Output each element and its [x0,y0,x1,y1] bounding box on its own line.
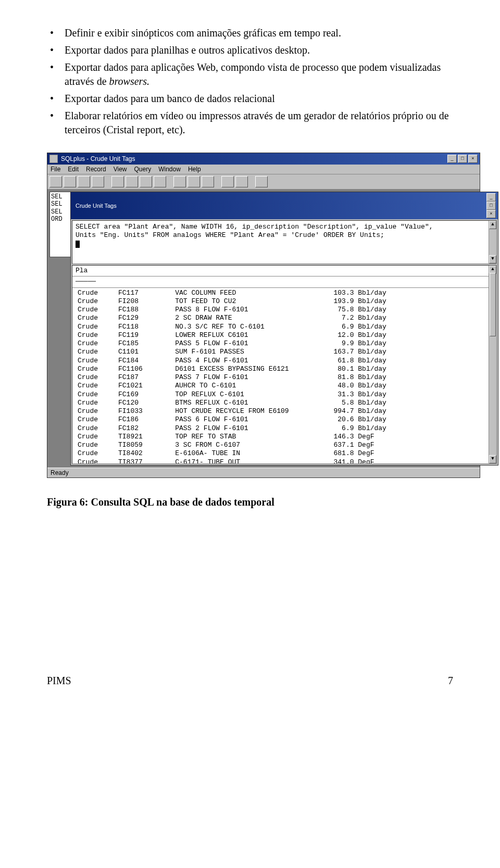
table-row[interactable]: Crude TI8921 TOP REF TO STAB 146.3 DegF [74,433,496,441]
menu-record[interactable]: Record [86,166,106,173]
maximize-button[interactable]: □ [458,155,467,163]
table-row[interactable]: Crude FC169 TOP REFLUX C-6101 31.3 Bbl/d… [74,391,496,399]
window-title: SQLplus - Crude Unit Tags [61,155,135,162]
scrollbar-vertical[interactable]: ▲ ▼ [489,221,496,263]
menu-bar[interactable]: File Edit Record View Query Window Help [47,165,480,174]
table-row[interactable]: Crude FC186 PASS 6 FLOW F-6101 20.6 Bbl/… [74,416,496,424]
app-icon [49,155,58,163]
bullet-item: Exportar dados para planilhas e outros a… [47,43,453,57]
table-row[interactable]: Crude FC185 PASS 5 FLOW F-6101 9.9 Bbl/d… [74,339,496,348]
scroll-down-icon[interactable]: ▼ [489,255,496,263]
grid-body: Crude FC117 VAC COLUMN FEED 103.3 Bbl/da… [72,288,496,464]
menu-view[interactable]: View [114,166,127,173]
table-row[interactable]: Crude FC1106 D6101 EXCESS BYPASSING E612… [74,365,496,373]
sub-window-titlebar[interactable]: Crude Unit Tags _ □ × [71,192,498,219]
table-row[interactable]: Crude FC119 LOWER REFLUX C6101 12.0 Bbl/… [74,331,496,339]
stub-line: SEL [51,193,70,200]
crude-unit-tags-window: Crude Unit Tags _ □ × SELECT area "Plant… [70,192,498,466]
toolbar [47,174,480,190]
figure-caption: Figura 6: Consulta SQL na base de dados … [47,496,453,508]
toolbar-button[interactable] [255,176,268,187]
bullet-item: Exportar dados para um banco de dados re… [47,92,453,106]
bullet-list: Definir e exibir sinópticos com animaçõe… [47,26,453,137]
toolbar-button[interactable] [173,176,186,187]
toolbar-button[interactable] [154,176,166,187]
table-row[interactable]: Crude TI8402 E-6106A- TUBE IN 681.8 DegF [74,449,496,458]
table-row[interactable]: Crude FC117 VAC COLUMN FEED 103.3 Bbl/da… [74,289,496,297]
toolbar-button[interactable] [64,176,76,187]
table-row[interactable]: Crude FC129 2 SC DRAW RATE 7.2 Bbl/day [74,314,496,322]
scrollbar-vertical[interactable]: ▲ ▼ [489,266,496,463]
menu-window[interactable]: Window [158,166,181,173]
table-row[interactable]: Crude FC188 PASS 8 FLOW F-6101 75.8 Bbl/… [74,306,496,314]
close-button[interactable]: × [468,155,478,163]
menu-edit[interactable]: Edit [68,166,79,173]
header-label: Pla [76,267,88,274]
stub-line: SEL [51,208,70,216]
sqlplus-window: SQLplus - Crude Unit Tags _ □ × File Edi… [47,153,480,478]
toolbar-button[interactable] [140,176,152,187]
toolbar-button[interactable] [92,176,104,187]
bullet-item: Exportar dados para aplicações Web, comp… [47,60,453,89]
table-row[interactable]: Crude FC1021 AUHCR TO C-6101 48.0 Bbl/da… [74,382,496,390]
stub-line: ORD [51,216,70,223]
text-cursor [76,241,80,248]
page-footer: PIMS 7 [47,675,453,687]
status-text: Ready [51,469,69,476]
toolbar-button[interactable] [202,176,214,187]
status-bar: Ready [47,468,480,477]
bullet-item: Elaborar relatórios em vídeo ou impresso… [47,109,453,137]
table-row[interactable]: Crude FI1033 HOT CRUDE RECYCLE FROM E610… [74,407,496,416]
results-grid[interactable]: Pla ───── Crude FC117 VAC COLUMN FEED 10… [72,265,497,464]
table-row[interactable]: Crude FC187 PASS 7 FLOW F-6101 81.8 Bbl/… [74,373,496,382]
scroll-thumb[interactable] [490,273,496,336]
minimize-button[interactable]: _ [486,193,496,202]
sql-editor[interactable]: SELECT area "Plant Area", Name WIDTH 16,… [72,220,497,264]
sql-line: SELECT area "Plant Area", Name WIDTH 16,… [76,223,493,231]
table-row[interactable]: Crude TI8059 3 SC FROM C-6107 637.1 DegF [74,441,496,449]
toolbar-button[interactable] [49,176,62,187]
table-row[interactable]: Crude C1101 SUM F-6101 PASSES 163.7 Bbl/… [74,348,496,356]
menu-file[interactable]: File [51,166,60,173]
sub-window-title: Crude Unit Tags [76,203,117,209]
menu-help[interactable]: Help [188,166,201,173]
table-row[interactable]: Crude FC120 BTMS REFLUX C-6101 5.8 Bbl/d… [74,399,496,407]
table-row[interactable]: Crude TI8377 C-6171- TUBE OUT 341.0 DegF [74,458,496,464]
footer-right: 7 [448,675,453,687]
window-titlebar[interactable]: SQLplus - Crude Unit Tags _ □ × [47,153,480,165]
close-button[interactable]: × [486,210,496,218]
toolbar-button[interactable] [221,176,234,187]
scroll-up-icon[interactable]: ▲ [489,221,496,229]
minimize-button[interactable]: _ [447,155,457,163]
toolbar-button[interactable] [235,176,248,187]
background-query-window: SEL SEL SEL ORD [49,192,71,257]
menu-query[interactable]: Query [134,166,152,173]
table-row[interactable]: Crude FC118 NO.3 S/C REF TO C-6101 6.9 B… [74,323,496,331]
mdi-area: SEL SEL SEL ORD Crude Unit Tags _ □ × [47,190,480,468]
sql-line: Units "Eng. Units" FROM analogs WHERE "P… [76,231,493,240]
footer-left: PIMS [47,675,71,687]
toolbar-button[interactable] [188,176,200,187]
stub-line: SEL [51,200,70,208]
bullet-text-italic: browsers. [109,76,150,87]
toolbar-button[interactable] [78,176,90,187]
maximize-button[interactable]: □ [486,202,496,210]
grid-divider: ───── [72,276,496,287]
table-row[interactable]: Crude FI208 TOT FEED TO CU2 193.9 Bbl/da… [74,297,496,306]
toolbar-button[interactable] [111,176,124,187]
grid-header: Pla [72,266,496,276]
toolbar-button[interactable] [126,176,138,187]
scroll-down-icon[interactable]: ▼ [489,455,496,463]
table-row[interactable]: Crude FC182 PASS 2 FLOW F-6101 6.9 Bbl/d… [74,424,496,433]
bullet-item: Definir e exibir sinópticos com animaçõe… [47,26,453,40]
table-row[interactable]: Crude FC184 PASS 4 FLOW F-6101 61.8 Bbl/… [74,357,496,365]
